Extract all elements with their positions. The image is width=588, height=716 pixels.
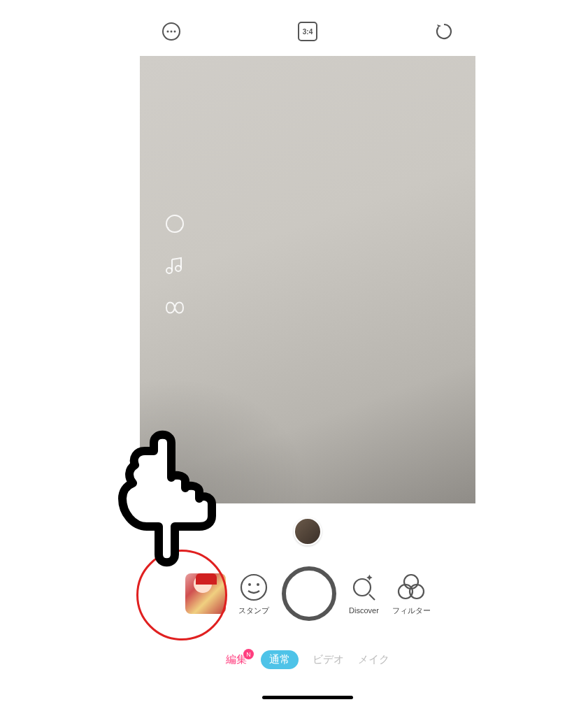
music-icon[interactable] xyxy=(164,255,185,276)
camera-viewfinder[interactable] xyxy=(140,56,475,503)
aspect-ratio-button[interactable]: 3:4 xyxy=(297,21,318,42)
smiley-icon xyxy=(238,572,269,603)
tab-edit[interactable]: 編集 N xyxy=(226,653,247,666)
camera-controls-row: スタンプ Discover フィルター xyxy=(140,566,475,621)
svg-point-8 xyxy=(257,583,259,586)
aspect-ratio-label: 3:4 xyxy=(298,22,317,41)
mode-tabs: 編集 N 通常 ビデオ メイク xyxy=(226,650,389,669)
new-badge: N xyxy=(243,649,254,659)
shutter-button[interactable] xyxy=(282,566,336,621)
stamp-label: スタンプ xyxy=(238,606,269,616)
effect-preview-thumbnail[interactable] xyxy=(294,517,322,545)
discover-label: Discover xyxy=(349,606,379,615)
side-controls xyxy=(164,213,185,318)
svg-point-6 xyxy=(241,575,266,600)
boomerang-icon[interactable] xyxy=(164,297,185,318)
tab-makeup[interactable]: メイク xyxy=(358,653,389,666)
svg-point-4 xyxy=(166,268,172,273)
svg-line-10 xyxy=(369,594,375,600)
svg-point-2 xyxy=(171,31,173,33)
gallery-button[interactable] xyxy=(185,573,226,614)
svg-point-3 xyxy=(174,31,176,33)
discover-button[interactable]: Discover xyxy=(349,573,380,615)
home-indicator[interactable] xyxy=(262,696,353,699)
tab-video[interactable]: ビデオ xyxy=(313,653,344,666)
svg-point-5 xyxy=(175,266,181,271)
gallery-thumbnail xyxy=(185,573,226,614)
flip-camera-button[interactable] xyxy=(433,21,454,42)
stamp-button[interactable]: スタンプ xyxy=(238,572,269,616)
filter-icon xyxy=(396,572,426,603)
top-bar: 3:4 xyxy=(140,14,475,49)
svg-point-7 xyxy=(248,583,251,586)
camera-app: 3:4 xyxy=(140,14,475,706)
discover-icon xyxy=(349,573,380,603)
filter-label: フィルター xyxy=(392,606,431,616)
more-options-button[interactable] xyxy=(161,21,182,42)
tab-normal[interactable]: 通常 xyxy=(261,650,299,669)
face-beauty-icon[interactable] xyxy=(164,213,185,234)
filter-button[interactable]: フィルター xyxy=(392,572,431,616)
svg-point-1 xyxy=(167,31,169,33)
svg-point-9 xyxy=(354,579,371,596)
